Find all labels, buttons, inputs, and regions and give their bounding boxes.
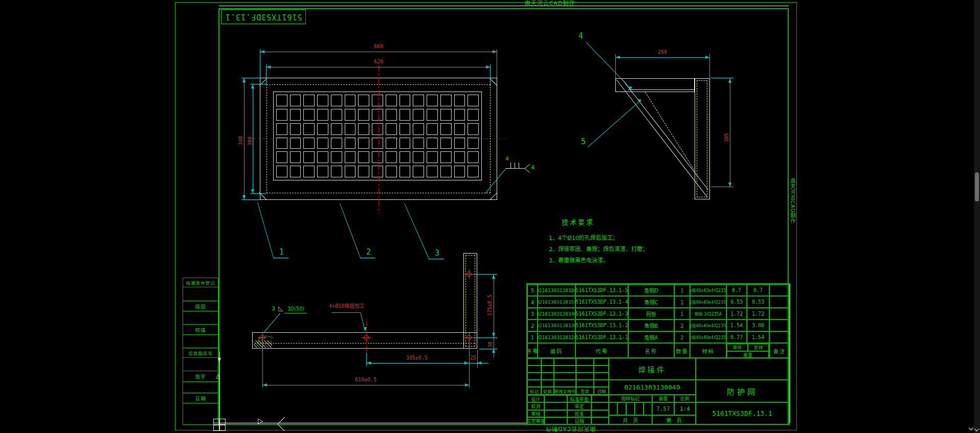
left-column-empty-cell bbox=[183, 287, 218, 301]
mesh-panel bbox=[273, 92, 482, 180]
balloon-3: 3 bbox=[435, 249, 439, 257]
dim-text-length: 610±0.5 bbox=[335, 377, 396, 382]
weld-tick bbox=[515, 163, 515, 168]
mesh-cell bbox=[467, 151, 479, 163]
mesh-cell bbox=[440, 123, 452, 135]
revision-empty-cell bbox=[594, 373, 609, 380]
bom-cell-material: 角钢40x40x4/Q235A bbox=[690, 331, 726, 343]
revision-empty-cell bbox=[527, 373, 541, 380]
corner-grid-icon bbox=[213, 419, 226, 431]
titleblock-middle: 焊接件 02161303130040 图样标记 重量 比例 7.57 1:4 共… bbox=[609, 358, 696, 424]
dim-arrow bbox=[464, 361, 469, 364]
revision-label: 签字 bbox=[576, 387, 594, 395]
balloon-1: 1 bbox=[279, 248, 284, 256]
left-register-column: 借通用件登记描图校描旧底图总号签字日期 bbox=[183, 278, 218, 425]
dim-line-span bbox=[366, 363, 469, 363]
revision-grid: 标记处数更改文件号签字日期 bbox=[527, 358, 609, 395]
scroll-down-icon[interactable] bbox=[969, 426, 974, 431]
mesh-cell bbox=[331, 109, 342, 121]
product-name-cell: 防护网 bbox=[696, 380, 789, 402]
drawing-no-cell: 5161TXS3DF.13.1 bbox=[696, 402, 789, 424]
mark-empty-cell bbox=[643, 402, 652, 415]
mesh-cell bbox=[358, 95, 369, 106]
mesh-cell bbox=[358, 123, 369, 135]
mesh-cell bbox=[427, 109, 438, 121]
cad-canvas: 由天河云CAD制作 由天河云CAD制作 由天河云CAD制作 5161TXS3DF… bbox=[0, 0, 980, 433]
mesh-cell bbox=[276, 151, 287, 163]
mesh-cell bbox=[454, 109, 465, 121]
dim-arrow bbox=[493, 50, 497, 53]
weld-tail-count: 4 bbox=[531, 165, 534, 170]
bom-cell-notes bbox=[769, 320, 790, 331]
ext-line bbox=[497, 49, 497, 78]
left-column-label: 签字 bbox=[183, 371, 218, 382]
mesh-cell bbox=[303, 151, 315, 163]
revision-empty-cell bbox=[554, 366, 576, 373]
mesh-cell bbox=[399, 151, 411, 163]
mesh-cell bbox=[358, 166, 369, 177]
bom-cell-qty: 2 bbox=[674, 331, 690, 343]
bom-cell-code: 02161303130140 bbox=[538, 308, 575, 320]
bom-cell-total-weight: 0.53 bbox=[747, 296, 769, 308]
dim-arrow bbox=[728, 183, 731, 187]
signature-label: 审核 bbox=[527, 410, 544, 417]
revision-empty-cell bbox=[554, 358, 576, 366]
bom-cell-code: 02161303130130 bbox=[538, 320, 575, 331]
projection-symbol-icon: ▷ bbox=[258, 417, 263, 424]
bom-cell-unit-weight: 0.7 bbox=[726, 284, 747, 296]
revision-empty-cell bbox=[576, 366, 594, 373]
scale-label: 比例 bbox=[680, 395, 689, 402]
mark-label-cell: 图样标记 bbox=[609, 395, 652, 402]
bom-cell-code: 02161303130150 bbox=[538, 296, 575, 308]
dim-text-340: 340 bbox=[238, 136, 243, 145]
revision-label: 日期 bbox=[594, 387, 609, 395]
bom-cell-material: 角钢40x40x4/Q235A bbox=[690, 320, 726, 331]
mesh-cell bbox=[372, 109, 383, 121]
bom-cell-unit-weight: 1.54 bbox=[726, 320, 747, 331]
weld-size: 3 bbox=[272, 306, 275, 311]
revision-label: 处数 bbox=[541, 387, 554, 395]
mesh-cell bbox=[290, 109, 301, 121]
scrollbar-thumb[interactable] bbox=[975, 172, 979, 201]
mesh-cell bbox=[358, 109, 369, 121]
ext-line bbox=[262, 341, 263, 388]
front-hatch bbox=[254, 340, 272, 348]
bom-cell-total-weight: 0.7 bbox=[747, 284, 769, 296]
bracket-top-bar-inner bbox=[628, 89, 695, 90]
dim-text-25: 25 bbox=[470, 355, 477, 360]
revision-empty-cell bbox=[554, 373, 576, 380]
weight-value-cell: 7.57 bbox=[652, 402, 674, 415]
signature-label: 批准 bbox=[567, 410, 591, 417]
revision-empty-cell bbox=[527, 366, 541, 373]
balloon-2-underline bbox=[360, 258, 375, 258]
bom-cell-seq: 3 bbox=[527, 308, 538, 320]
tech-req-item: 2、焊接牢固、美观；焊后清渣、打磨； bbox=[549, 246, 648, 252]
bom-cell-seq: 1 bbox=[527, 331, 538, 343]
balloon-2: 2 bbox=[366, 248, 371, 256]
signature-label: 设计 bbox=[527, 395, 544, 402]
dim-arrow bbox=[492, 333, 495, 337]
tech-req-title: 技术要求 bbox=[562, 219, 594, 225]
weld-spec: 30(50) bbox=[287, 306, 304, 311]
mesh-cell bbox=[303, 109, 315, 121]
dim-arrow bbox=[367, 361, 371, 364]
bom-cell-notes bbox=[769, 284, 790, 296]
fold-arrow-icon bbox=[218, 358, 221, 362]
revision-empty-cell bbox=[576, 380, 594, 387]
left-column-label: 日期 bbox=[183, 393, 218, 403]
bom-cell-partno: 5161TXS3DF.13.1-3 bbox=[575, 308, 628, 320]
scrollbar-track[interactable] bbox=[974, 0, 980, 433]
signature-grid: 设计标准审查校对审定审核批准工艺审查日期 bbox=[527, 395, 609, 424]
revision-empty-cell bbox=[541, 358, 554, 366]
left-column-label: 校描 bbox=[183, 325, 218, 335]
mesh-cell bbox=[317, 123, 328, 135]
mesh-cell bbox=[399, 109, 411, 121]
product-name: 防护网 bbox=[727, 386, 758, 397]
dim-arrow bbox=[492, 349, 495, 353]
dim-arrow bbox=[266, 65, 271, 69]
mesh-cell bbox=[345, 123, 356, 135]
dim-arrow bbox=[242, 78, 246, 82]
front-centerline bbox=[366, 321, 367, 353]
weld-underline bbox=[284, 313, 307, 313]
dim-arrow bbox=[260, 50, 264, 53]
